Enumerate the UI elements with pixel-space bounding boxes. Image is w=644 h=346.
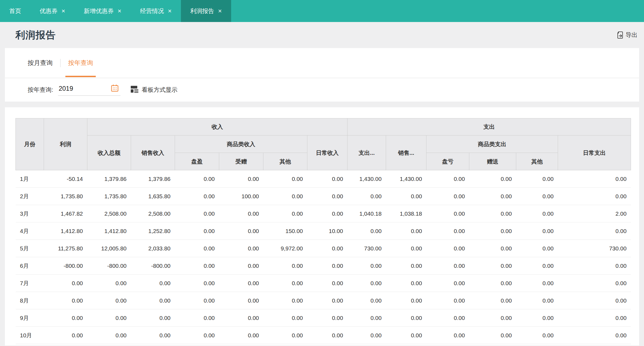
cell-value: 0.00 [469, 188, 516, 205]
cell-value: 2,033.80 [131, 240, 175, 257]
cell-value: 0.00 [386, 309, 426, 327]
cell-value: 0.00 [558, 275, 631, 292]
cell-value: 0.00 [87, 327, 131, 344]
cell-value: 730.00 [347, 240, 386, 257]
cell-value: 0.00 [558, 222, 631, 240]
col-profit: 利润 [44, 118, 87, 170]
cell-value: 150.00 [263, 222, 307, 240]
cell-value: 0.00 [386, 240, 426, 257]
export-button[interactable]: 导出 [615, 29, 639, 41]
cell-value: 0.00 [516, 222, 558, 240]
cell-value: 0.00 [175, 222, 219, 240]
cell-value: 0.00 [347, 222, 386, 240]
cell-value: 0.00 [87, 292, 131, 309]
close-icon[interactable]: ✕ [61, 9, 65, 14]
col-income-total: 收入总额 [87, 136, 131, 170]
cell-value: 0.00 [307, 205, 347, 222]
cell-value: 0.00 [516, 170, 558, 188]
tab-coupons[interactable]: 优惠券 ✕ [30, 0, 75, 22]
cell-value: 0.00 [131, 327, 175, 344]
cell-value: 0.00 [426, 240, 469, 257]
cell-value: 1,252.80 [131, 222, 175, 240]
cell-value: 0.00 [131, 309, 175, 327]
tab-home[interactable]: 首页 [0, 0, 30, 22]
cell-value: 0.00 [219, 205, 263, 222]
cell-value: 0.00 [263, 275, 307, 292]
cell-value: 0.00 [347, 275, 386, 292]
table-row: 9月0.000.000.000.000.000.000.000.000.000.… [16, 309, 631, 327]
cell-value: 0.00 [219, 309, 263, 327]
cell-value: 12,005.80 [87, 240, 131, 257]
calendar-icon[interactable] [111, 84, 119, 93]
col-month: 月份 [16, 118, 44, 170]
cell-value: 0.00 [516, 257, 558, 275]
board-view-toggle[interactable]: 看板方式显示 [130, 85, 177, 95]
cell-value: 1,735.80 [87, 188, 131, 205]
tab-label: 新增优惠券 [84, 7, 114, 15]
cell-value: 0.00 [263, 170, 307, 188]
close-icon[interactable]: ✕ [117, 9, 122, 14]
cell-value: 0.00 [219, 292, 263, 309]
col-group-goods-income: 商品类收入 [175, 136, 307, 153]
tab-add-coupon[interactable]: 新增优惠券 ✕ [75, 0, 131, 22]
year-input[interactable]: 2019 [58, 84, 120, 96]
cell-month: 2月 [16, 188, 44, 205]
tab-profit-report[interactable]: 利润报告 ✕ [181, 0, 231, 22]
cell-value: 0.00 [307, 275, 347, 292]
cell-value: 0.00 [469, 170, 516, 188]
cell-value: 0.00 [558, 309, 631, 327]
cell-value: 0.00 [347, 257, 386, 275]
close-icon[interactable]: ✕ [218, 9, 222, 14]
cell-value: 0.00 [469, 309, 516, 327]
cell-value: 0.00 [347, 309, 386, 327]
table-row: 1月-50.141,379.861,379.860.000.000.000.00… [16, 170, 631, 188]
cell-month: 6月 [16, 257, 44, 275]
cell-value: 0.00 [87, 275, 131, 292]
col-income-gift: 受赠 [219, 153, 263, 170]
close-icon[interactable]: ✕ [168, 9, 172, 14]
tab-query-by-year[interactable]: 按年查询 [67, 48, 94, 78]
cell-value: 0.00 [219, 275, 263, 292]
cell-month: 4月 [16, 222, 44, 240]
cell-value: 2,508.00 [131, 205, 175, 222]
col-income-daily: 日常收入 [307, 136, 347, 170]
cell-value: 0.00 [44, 292, 87, 309]
col-group-income: 收入 [87, 118, 347, 136]
cell-value: 1,735.80 [44, 188, 87, 205]
cell-value: 0.00 [175, 205, 219, 222]
cell-value: 0.00 [307, 327, 347, 344]
cell-value: 1,038.18 [386, 205, 426, 222]
cell-value: 0.00 [219, 327, 263, 344]
col-expense-total: 支出... [347, 136, 386, 170]
cell-value: 0.00 [558, 170, 631, 188]
cell-value: 0.00 [263, 327, 307, 344]
cell-value: 0.00 [469, 240, 516, 257]
cell-value: 0.00 [426, 327, 469, 344]
table-row: 5月11,275.8012,005.802,033.800.000.009,97… [16, 240, 631, 257]
cell-value: 0.00 [469, 327, 516, 344]
cell-month: 3月 [16, 205, 44, 222]
cell-value: 0.00 [175, 275, 219, 292]
cell-value: 0.00 [516, 327, 558, 344]
cell-value: 0.00 [516, 188, 558, 205]
table-row: 3月1,467.822,508.002,508.000.000.000.000.… [16, 205, 631, 222]
query-panel: 按月查询 按年查询 按年查询: 2019 [5, 48, 639, 102]
tab-query-by-month[interactable]: 按月查询 [27, 48, 54, 78]
col-income-surplus: 盘盈 [175, 153, 219, 170]
tab-business-status[interactable]: 经营情况 ✕ [131, 0, 181, 22]
table-header: 月份 利润 收入 支出 收入总额 销售收入 商品类收入 日常收入 支出... 销… [16, 118, 631, 170]
col-group-expense: 支出 [347, 118, 631, 136]
col-group-goods-expense: 商品类支出 [426, 136, 558, 153]
page-title: 利润报告 [15, 29, 56, 42]
view-tabs: 按月查询 按年查询 [5, 48, 639, 78]
cell-month: 1月 [16, 170, 44, 188]
tab-label: 经营情况 [140, 7, 164, 15]
cell-value: 0.00 [131, 275, 175, 292]
filter-row: 按年查询: 2019 [5, 78, 639, 102]
cell-value: 2,508.00 [87, 205, 131, 222]
cell-value: 0.00 [469, 292, 516, 309]
cell-value: 0.00 [426, 275, 469, 292]
cell-value: 0.00 [219, 222, 263, 240]
cell-month: 5月 [16, 240, 44, 257]
cell-value: 1,412.80 [87, 222, 131, 240]
